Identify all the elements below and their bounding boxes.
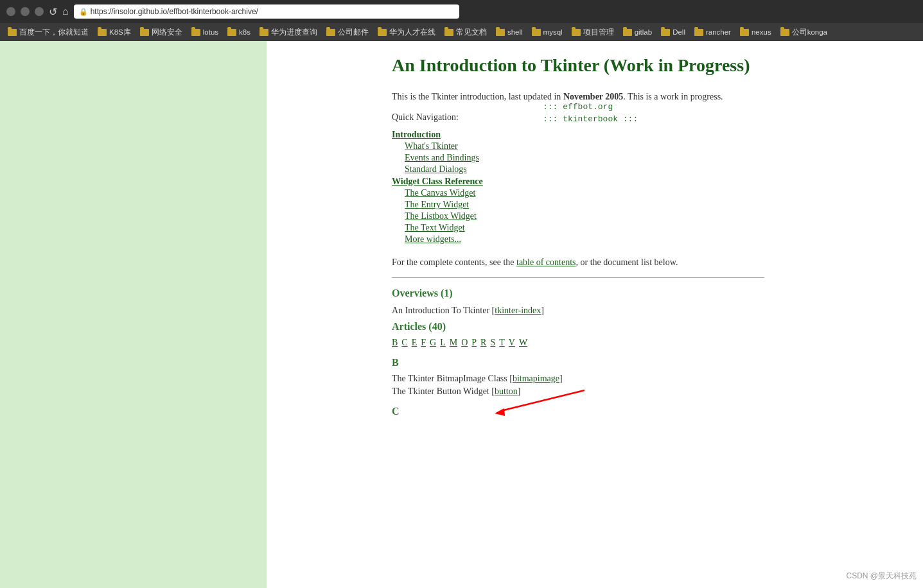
nav-link-listbox[interactable]: The Listbox Widget (405, 211, 764, 221)
reload-button[interactable]: ↺ (49, 6, 57, 18)
intro-text-after: . This is a work in progress. (623, 92, 723, 101)
bookmark-label: rancher (706, 28, 731, 36)
nav-item-text: The Text Widget (392, 223, 764, 233)
nav-link-text[interactable]: The Text Widget (405, 223, 764, 233)
bookmark-label: mysql (543, 28, 563, 36)
svg-marker-1 (495, 408, 505, 416)
browser-chrome: ↺ ⌂ 🔒 https://insolor.github.io/effbot-t… (0, 0, 923, 23)
table-of-contents-link[interactable]: table of contents (516, 257, 576, 267)
bookmark-label: 项目管理 (583, 28, 614, 37)
bookmark-label: 华为人才在线 (389, 28, 435, 37)
intro-text-before: This is the Tkinter introduction, last u… (392, 92, 563, 101)
nav-item-events-bindings: Events and Bindings (392, 153, 764, 163)
bookmark-item-9[interactable]: shell (492, 27, 527, 37)
nav-link-events-bindings[interactable]: Events and Bindings (405, 153, 764, 163)
tkinterbook-link[interactable]: ::: tkinterbook ::: (543, 114, 638, 124)
alpha-link-v[interactable]: V (509, 338, 515, 348)
overviews-header: Overviews (1) (392, 288, 764, 299)
bookmark-item-4[interactable]: k8s (224, 27, 254, 37)
alpha-link-g[interactable]: G (430, 338, 436, 348)
url-text: https://insolor.github.io/effbot-tkinter… (91, 7, 258, 16)
bookmark-item-13[interactable]: Dell (657, 27, 689, 37)
bookmark-label: Dell (672, 28, 685, 36)
alpha-link-e[interactable]: E (412, 338, 418, 348)
bookmark-item-6[interactable]: 公司邮件 (322, 26, 373, 39)
nav-item-standard-dialogs: Standard Dialogs (392, 164, 764, 175)
bookmark-item-7[interactable]: 华为人才在线 (374, 26, 439, 39)
alpha-link-s[interactable]: S (490, 338, 495, 348)
bookmark-item-14[interactable]: rancher (690, 27, 735, 37)
alpha-link-b[interactable]: B (392, 338, 398, 348)
section-divider (392, 277, 764, 278)
bitmapimage-link[interactable]: bitmapimage (513, 374, 559, 383)
button-item-wrapper: The Tkinter Button Widget [button] (392, 386, 764, 397)
nav-item-more-widgets: More widgets... (392, 234, 764, 245)
complete-text-after: , or the document list below. (576, 257, 678, 267)
nav-link-more-widgets[interactable]: More widgets... (405, 234, 764, 245)
folder-icon (326, 29, 335, 36)
alpha-link-l[interactable]: L (440, 338, 446, 348)
alpha-link-f[interactable]: F (421, 338, 426, 348)
intro-bold: November 2005 (563, 92, 623, 101)
effbot-org-link[interactable]: ::: effbot.org (543, 102, 638, 112)
complete-text-before: For the complete contents, see the (392, 257, 516, 267)
alpha-link-p[interactable]: P (471, 338, 477, 348)
folder-icon (694, 29, 703, 36)
bookmark-label: K8S库 (109, 28, 131, 37)
nav-item-introduction: Introduction (392, 129, 764, 140)
bookmark-label: nexus (752, 28, 771, 36)
nav-link-introduction[interactable]: Introduction (392, 130, 441, 139)
alpha-link-m[interactable]: M (450, 338, 457, 348)
nav-link-whats-tkinter[interactable]: What's Tkinter (405, 141, 764, 151)
folder-icon (532, 29, 541, 36)
csdn-watermark: CSDN @景天科技苑 (846, 571, 917, 582)
bookmark-label: 华为进度查询 (271, 28, 317, 37)
bookmark-item-12[interactable]: gitlab (619, 27, 656, 37)
tkinter-index-link[interactable]: tkinter-index (495, 306, 541, 315)
overview-end: ] (541, 306, 544, 315)
minimize-btn[interactable] (6, 7, 15, 16)
bookmark-item-2[interactable]: 网络安全 (136, 26, 186, 39)
home-button[interactable]: ⌂ (62, 6, 69, 17)
nav-link-widget-class-ref[interactable]: Widget Class Reference (392, 177, 483, 186)
bookmark-item-15[interactable]: nexus (736, 27, 775, 37)
folder-icon (572, 29, 581, 36)
bookmark-item-0[interactable]: 百度一下，你就知道 (4, 26, 92, 39)
maximize-btn[interactable] (21, 7, 30, 16)
alpha-link-r[interactable]: R (480, 338, 486, 348)
bookmark-item-3[interactable]: lotus (188, 27, 222, 37)
nav-link-standard-dialogs[interactable]: Standard Dialogs (405, 164, 764, 175)
alpha-link-w[interactable]: W (519, 338, 527, 348)
address-bar[interactable]: 🔒 https://insolor.github.io/effbot-tkint… (74, 4, 459, 19)
folder-icon (623, 29, 632, 36)
folder-icon (378, 29, 387, 36)
nav-link-canvas[interactable]: The Canvas Widget (405, 188, 764, 198)
folder-icon (191, 29, 200, 36)
bookmark-label: gitlab (635, 28, 653, 36)
close-btn[interactable] (35, 7, 44, 16)
bookmarks-bar: 百度一下，你就知道K8S库网络安全lotusk8s华为进度查询公司邮件华为人才在… (0, 23, 923, 41)
folder-icon (496, 29, 505, 36)
bookmark-item-1[interactable]: K8S库 (94, 26, 135, 39)
bookmark-label: 公司konga (792, 28, 827, 37)
alpha-link-t[interactable]: T (499, 338, 505, 348)
nav-link-entry[interactable]: The Entry Widget (405, 200, 764, 210)
left-sidebar (0, 41, 267, 588)
folder-icon (444, 29, 453, 36)
bookmark-item-5[interactable]: 华为进度查询 (256, 26, 321, 39)
alpha-link-o[interactable]: O (461, 338, 468, 348)
effbot-links: ::: effbot.org ::: tkinterbook ::: (543, 102, 638, 124)
main-title: An Introduction to Tkinter (Work in Prog… (392, 54, 764, 77)
bookmark-item-10[interactable]: mysql (528, 27, 567, 37)
bookmark-item-16[interactable]: 公司konga (777, 26, 831, 39)
article-bitmapimage: The Tkinter BitmapImage Class [bitmapima… (392, 374, 764, 384)
bookmark-item-11[interactable]: 项目管理 (568, 26, 618, 39)
alpha-link-c[interactable]: C (401, 338, 407, 348)
bookmark-label: 百度一下，你就知道 (19, 28, 89, 37)
nav-item-listbox: The Listbox Widget (392, 211, 764, 221)
red-arrow-annotation (469, 384, 597, 416)
bookmark-item-8[interactable]: 常见文档 (441, 26, 491, 39)
bitmapimage-text: The Tkinter BitmapImage Class [ (392, 374, 513, 383)
articles-header: Articles (40) (392, 321, 764, 333)
folder-icon (8, 29, 17, 36)
